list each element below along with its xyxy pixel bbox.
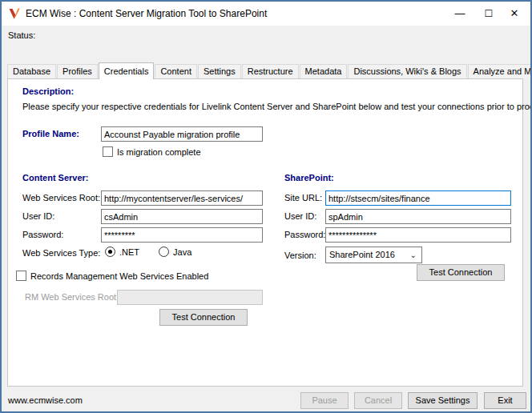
cs-web-services-root-label: Web Services Root: bbox=[22, 193, 100, 202]
rm-root-input bbox=[117, 290, 263, 305]
checkbox-box-icon bbox=[103, 146, 113, 157]
description-text: Please specify your respective credentia… bbox=[22, 102, 532, 111]
sp-version-dropdown[interactable]: SharePoint 2016 ⌄ bbox=[325, 247, 422, 263]
sp-site-url-input[interactable] bbox=[325, 190, 511, 206]
cs-user-id-label: User ID: bbox=[22, 211, 54, 221]
cs-web-services-root-input[interactable] bbox=[101, 190, 263, 206]
is-migration-complete-checkbox[interactable]: Is migration complete bbox=[103, 146, 201, 157]
ws-type-java-label: Java bbox=[173, 247, 191, 257]
profile-name-input[interactable] bbox=[101, 126, 263, 142]
tab-analyze-and-migrate[interactable]: Analyze and Migrate bbox=[468, 64, 532, 78]
credentials-tab-page: Description: Please specify your respect… bbox=[7, 78, 523, 387]
tab-credentials[interactable]: Credentials bbox=[99, 62, 155, 79]
sharepoint-heading: SharePoint: bbox=[284, 173, 334, 182]
pause-button: Pause bbox=[300, 392, 349, 409]
cs-ws-type-label: Web Services Type: bbox=[22, 248, 100, 258]
minimize-button[interactable]: — bbox=[447, 2, 473, 26]
checkbox-box-icon bbox=[16, 271, 26, 281]
cs-password-label: Password: bbox=[22, 230, 63, 239]
description-heading: Description: bbox=[22, 86, 74, 96]
app-window: ECM Wise : Content Server Migration Tool… bbox=[0, 0, 532, 413]
tab-settings[interactable]: Settings bbox=[198, 64, 241, 78]
exit-button[interactable]: Exit bbox=[484, 392, 526, 409]
sp-site-url-label: Site URL: bbox=[284, 193, 322, 202]
tab-content[interactable]: Content bbox=[155, 64, 197, 78]
ws-type-net-label: .NET bbox=[119, 247, 139, 257]
radio-unselected-icon bbox=[159, 247, 169, 257]
app-logo-icon bbox=[8, 7, 21, 20]
title-bar: ECM Wise : Content Server Migration Tool… bbox=[2, 2, 530, 26]
ws-type-java-radio[interactable]: Java bbox=[159, 247, 191, 257]
maximize-button[interactable]: ☐ bbox=[476, 2, 502, 26]
cs-password-input[interactable] bbox=[101, 227, 263, 243]
cs-ws-type-radio-group: .NET Java bbox=[105, 247, 191, 257]
website-link[interactable]: www.ecmwise.com bbox=[8, 395, 83, 405]
radio-selected-icon bbox=[105, 247, 115, 257]
close-button[interactable]: ✕ bbox=[502, 2, 527, 26]
cs-user-id-input[interactable] bbox=[101, 209, 263, 224]
content-server-heading: Content Server: bbox=[22, 173, 89, 182]
cs-test-connection-button[interactable]: Test Connection bbox=[159, 309, 248, 326]
tab-metadata[interactable]: Metadata bbox=[300, 64, 348, 78]
status-label: Status: bbox=[8, 30, 35, 40]
tab-profiles[interactable]: Profiles bbox=[57, 64, 98, 78]
tab-discussions-wikis-blogs[interactable]: Discussions, Wiki's & Blogs bbox=[348, 64, 466, 78]
tab-restructure[interactable]: Restructure bbox=[242, 64, 299, 78]
sp-version-value: SharePoint 2016 bbox=[329, 250, 395, 259]
tab-strip: Database Profiles Credentials Content Se… bbox=[7, 62, 532, 79]
is-migration-complete-label: Is migration complete bbox=[117, 147, 201, 157]
sp-user-id-input[interactable] bbox=[325, 209, 511, 224]
sp-user-id-label: User ID: bbox=[284, 211, 316, 221]
cancel-button: Cancel bbox=[354, 392, 402, 409]
save-settings-button[interactable]: Save Settings bbox=[408, 392, 478, 409]
sp-test-connection-button[interactable]: Test Connection bbox=[417, 264, 505, 281]
rm-web-services-label: Records Management Web Services Enabled bbox=[30, 271, 208, 281]
sp-version-label: Version: bbox=[284, 251, 316, 260]
profile-name-label: Profile Name: bbox=[22, 129, 79, 138]
ws-type-net-radio[interactable]: .NET bbox=[105, 247, 139, 257]
sp-password-input[interactable] bbox=[325, 227, 511, 243]
tab-database[interactable]: Database bbox=[7, 64, 56, 78]
window-title: ECM Wise : Content Server Migration Tool… bbox=[26, 8, 267, 19]
sp-password-label: Password: bbox=[284, 230, 325, 239]
rm-root-label: RM Web Services Root: bbox=[25, 292, 119, 302]
chevron-down-icon: ⌄ bbox=[410, 247, 417, 263]
rm-web-services-checkbox[interactable]: Records Management Web Services Enabled bbox=[16, 271, 208, 281]
